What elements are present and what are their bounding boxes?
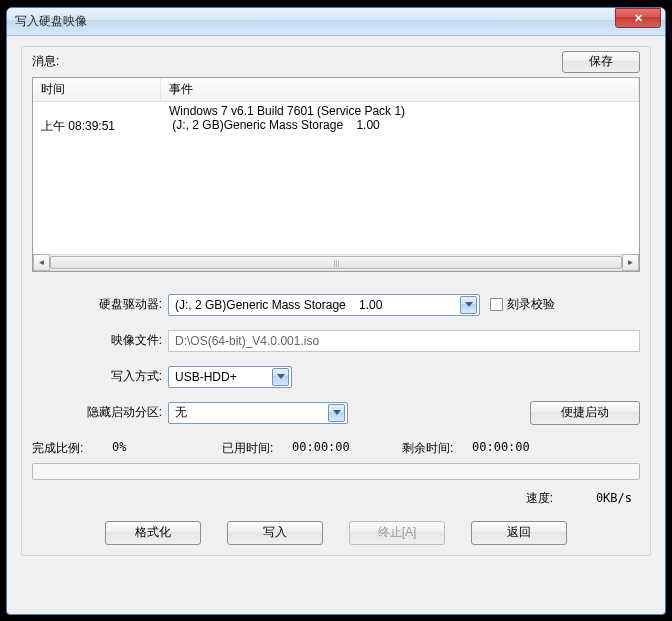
scroll-track[interactable] <box>50 254 622 271</box>
window-title: 写入硬盘映像 <box>15 13 615 30</box>
elapsed-value: 00:00:00 <box>292 440 402 457</box>
chevron-down-icon[interactable] <box>272 368 289 386</box>
hidden-boot-label: 隐藏启动分区: <box>32 404 168 421</box>
back-button[interactable]: 返回 <box>471 521 567 545</box>
write-mode-select[interactable]: USB-HDD+ <box>168 366 292 388</box>
progress-value: 0% <box>112 440 222 457</box>
log-row: 上午 08:39:51 (J:, 2 GB)Generic Mass Stora… <box>33 118 639 135</box>
chevron-down-icon[interactable] <box>460 296 477 314</box>
dialog-window: 写入硬盘映像 ✕ 消息: 保存 时间 事件 Windows 7 v6.1 Bui… <box>6 7 666 615</box>
speed-value: 0KB/s <box>596 491 632 505</box>
scroll-left-button[interactable]: ◄ <box>33 254 50 271</box>
image-file-input[interactable]: D:\OS(64-bit)_V4.0.001.iso <box>168 330 640 352</box>
remaining-label: 剩余时间: <box>402 440 472 457</box>
elapsed-label: 已用时间: <box>222 440 292 457</box>
log-header: 时间 事件 <box>33 78 639 102</box>
close-button[interactable]: ✕ <box>615 8 661 28</box>
drive-select[interactable]: (J:, 2 GB)Generic Mass Storage 1.00 <box>168 294 480 316</box>
main-panel: 消息: 保存 时间 事件 Windows 7 v6.1 Build 7601 (… <box>21 46 651 556</box>
quick-boot-button[interactable]: 便捷启动 <box>530 401 640 425</box>
speed-label: 速度: <box>526 491 553 505</box>
chevron-down-icon[interactable] <box>328 404 345 422</box>
horizontal-scrollbar[interactable]: ◄ ► <box>33 254 639 271</box>
hidden-boot-select[interactable]: 无 <box>168 402 348 424</box>
log-row: Windows 7 v6.1 Build 7601 (Service Pack … <box>33 104 639 118</box>
progress-bar <box>32 463 640 480</box>
drive-label: 硬盘驱动器: <box>32 296 168 313</box>
verify-label: 刻录校验 <box>507 296 555 313</box>
log-body: Windows 7 v6.1 Build 7601 (Service Pack … <box>33 102 639 254</box>
remaining-value: 00:00:00 <box>472 440 530 457</box>
write-button[interactable]: 写入 <box>227 521 323 545</box>
titlebar[interactable]: 写入硬盘映像 ✕ <box>7 8 665 36</box>
verify-checkbox[interactable] <box>490 298 503 311</box>
save-button[interactable]: 保存 <box>562 51 640 73</box>
message-label: 消息: <box>32 53 562 70</box>
col-time-header[interactable]: 时间 <box>33 78 161 101</box>
image-file-label: 映像文件: <box>32 332 168 349</box>
scroll-right-button[interactable]: ► <box>622 254 639 271</box>
col-event-header[interactable]: 事件 <box>161 78 639 101</box>
abort-button: 终止[A] <box>349 521 445 545</box>
close-icon: ✕ <box>634 12 643 25</box>
log-list: 时间 事件 Windows 7 v6.1 Build 7601 (Service… <box>32 77 640 272</box>
progress-label: 完成比例: <box>32 440 112 457</box>
scroll-thumb[interactable] <box>50 256 622 269</box>
format-button[interactable]: 格式化 <box>105 521 201 545</box>
write-mode-label: 写入方式: <box>32 368 168 385</box>
